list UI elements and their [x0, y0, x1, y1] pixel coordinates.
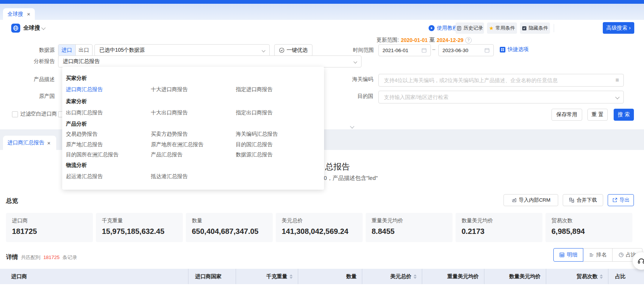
advanced-search-label: 高级搜索	[607, 25, 628, 31]
quick-options-label: 快捷选项	[508, 46, 529, 53]
col-kg-weight[interactable]: 千克重量	[236, 269, 298, 284]
divider	[554, 24, 554, 32]
report-select[interactable]: 进口商汇总报告	[58, 55, 362, 67]
menu-item-datasource-summary[interactable]: 数据源汇总报告	[236, 151, 321, 158]
merge-download-button[interactable]: 合并下载	[563, 194, 603, 206]
menu-item-top10-importer[interactable]: 十大进口商报告	[151, 86, 236, 93]
page-title: 全球搜	[23, 24, 40, 31]
tutorial-button[interactable]: 使用教程	[429, 25, 458, 31]
menu-row: 目的国所在洲汇总报告 产品汇总报告 数据源汇总报告	[66, 151, 321, 158]
menu-item-arrival-port-summary[interactable]: 抵达港汇总报告	[151, 173, 236, 180]
export-icon	[612, 198, 617, 203]
stat-value: 141,308,042,569.24	[282, 227, 357, 236]
menu-item-product-summary[interactable]: 产品汇总报告	[151, 151, 236, 158]
import-box-icon	[511, 198, 517, 203]
close-icon[interactable]	[47, 140, 51, 146]
global-search-app: 全球搜 全球搜 使用教程 历史记录 ★ 常用条件	[0, 0, 644, 286]
hide-conditions-button[interactable]: 隐藏条件	[520, 22, 550, 34]
list-icon[interactable]	[616, 77, 619, 84]
tab-label: 全球搜	[7, 11, 23, 18]
stat-card: 美元总价 141,308,042,569.24	[276, 213, 363, 242]
hide-conditions-label: 隐藏条件	[529, 25, 548, 31]
menu-item-importer-summary[interactable]: 进口商汇总报告	[66, 86, 151, 93]
toggle-import[interactable]: 进口	[58, 45, 76, 56]
history-label: 历史记录	[463, 25, 483, 31]
start-date-input[interactable]: 2021-06-01	[378, 44, 431, 56]
collapse-form-icon[interactable]	[351, 123, 354, 129]
chevron-down-icon	[615, 95, 619, 99]
collapse-window-icon	[522, 26, 527, 31]
data-source-select[interactable]: 已选中105个数据源	[94, 44, 270, 56]
detail-title: 详情	[6, 253, 18, 261]
date-range-dash	[432, 46, 435, 52]
close-icon[interactable]	[27, 11, 30, 17]
menu-item-exporter-summary[interactable]: 出口商汇总报告	[66, 109, 151, 116]
stat-card: 千克重量 15,975,185,632.45	[96, 213, 183, 242]
menu-item-top10-exporter[interactable]: 十大出口商报告	[151, 109, 236, 116]
import-export-toggle: 进口 出口	[58, 44, 93, 56]
star-icon: ★	[489, 25, 494, 31]
search-button[interactable]: 搜 索	[614, 109, 634, 121]
menu-item-buyer-seller-trend[interactable]: 买卖方趋势报告	[151, 131, 236, 138]
menu-item-specified-importer[interactable]: 指定进口商报告	[236, 86, 321, 93]
history-button[interactable]: 历史记录	[456, 22, 484, 34]
sort-icon[interactable]	[600, 274, 603, 279]
quick-options-button[interactable]: 快捷选项	[500, 46, 529, 53]
export-button[interactable]: 导出	[608, 194, 634, 206]
end-date-input[interactable]: 2023-06-30	[438, 44, 494, 56]
col-usd-total[interactable]: 美元总价	[362, 269, 422, 284]
view-detail-button[interactable]: 明细	[553, 248, 583, 262]
end-date-value: 2023-06-30	[442, 48, 468, 53]
filter-blank-importer-checkbox[interactable]	[12, 111, 18, 117]
favorites-label: 常用条件	[496, 25, 515, 31]
menu-item-destination-continent-summary[interactable]: 目的国所在洲汇总报告	[66, 151, 151, 158]
data-source-label: 数据源	[6, 47, 55, 54]
one-click-select-button[interactable]: 一键优选	[274, 44, 312, 56]
match-prefix: 共匹配到	[21, 255, 40, 260]
col-importer-country[interactable]: 进口商国家	[188, 269, 236, 284]
col-usd-per-weight[interactable]: 重量美元均价	[422, 269, 484, 284]
reset-button[interactable]: 重 置	[587, 109, 608, 121]
view-switcher: 明细 排名 占比	[553, 248, 643, 262]
menu-item-origin-continent-summary[interactable]: 原产地所在洲汇总报告	[151, 141, 236, 148]
help-icon[interactable]	[465, 37, 472, 43]
col-trade-count[interactable]: 贸易次数	[546, 269, 608, 284]
col-quantity[interactable]: 数量	[298, 269, 362, 284]
col-usd-per-qty[interactable]: 数量美元均价	[484, 269, 546, 284]
stat-value: 181725	[12, 227, 87, 236]
tab-importer-summary-report[interactable]: 进口商汇总报告	[3, 136, 56, 150]
view-rank-button[interactable]: 排名	[583, 248, 613, 262]
col-importer[interactable]: 进口商	[0, 269, 188, 284]
table-header: 进口商 进口商国家 千克重量 数量 美元总价 重量美元均价 数量美元均价	[0, 269, 644, 284]
tutorial-label: 使用教程	[437, 25, 458, 31]
destination-label: 目的国	[325, 93, 373, 100]
stat-label: 数量美元均价	[462, 217, 536, 224]
menu-item-trade-trend[interactable]: 交易趋势报告	[66, 131, 151, 138]
advanced-search-button[interactable]: 高级搜索	[603, 22, 634, 34]
sort-icon[interactable]	[290, 274, 293, 279]
sort-icon[interactable]	[414, 274, 417, 279]
product-desc-label: 产品描述	[6, 76, 55, 83]
menu-item-specified-exporter[interactable]: 指定出口商报告	[236, 109, 321, 116]
hs-code-input[interactable]	[383, 77, 613, 84]
overview-title: 总览	[6, 197, 18, 205]
update-end-date: 2024-12-29	[437, 37, 464, 43]
chevron-down-icon[interactable]	[41, 25, 45, 30]
pie-chart-icon	[619, 252, 624, 258]
menu-item-destination-summary[interactable]: 目的国汇总报告	[236, 141, 321, 148]
origin-country-label: 原产国	[6, 93, 55, 100]
stat-label: 美元总价	[282, 217, 357, 224]
toggle-export[interactable]: 出口	[76, 45, 93, 56]
tab-global-search[interactable]: 全球搜	[3, 8, 35, 20]
col-share[interactable]: 占比	[608, 269, 644, 284]
save-conditions-button[interactable]: 保存常用	[551, 109, 582, 121]
menu-item-loading-port-summary[interactable]: 起运港汇总报告	[66, 173, 151, 180]
import-crm-button[interactable]: 导入内部CRM	[504, 194, 558, 206]
favorites-button[interactable]: ★ 常用条件	[487, 22, 517, 34]
play-circle-icon	[429, 25, 435, 31]
update-to-word: 至	[430, 37, 435, 43]
destination-input[interactable]	[383, 94, 613, 100]
menu-item-hs-code-summary[interactable]: 海关编码汇总报告	[236, 131, 321, 138]
report-selected-value: 进口商汇总报告	[63, 58, 100, 65]
menu-item-origin-summary[interactable]: 原产地汇总报告	[66, 141, 151, 148]
